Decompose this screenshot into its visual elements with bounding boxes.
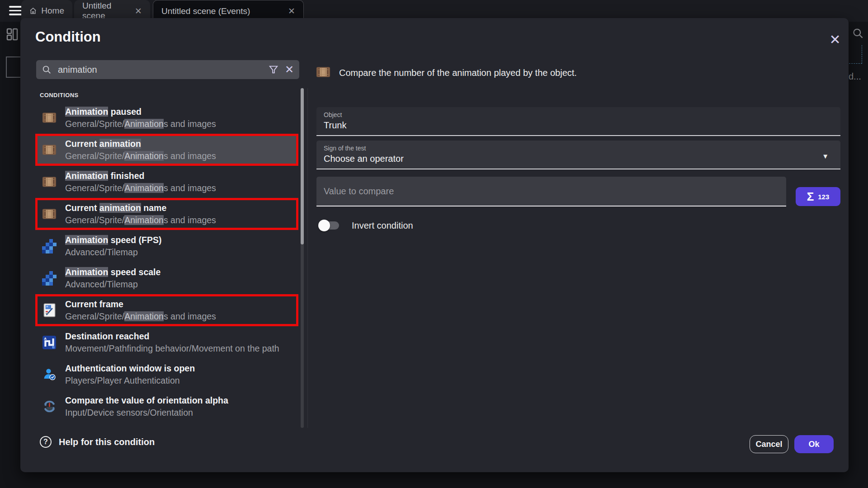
film-strip-icon: [316, 67, 330, 79]
svg-text:B: B: [52, 345, 55, 349]
invert-condition-toggle[interactable]: [319, 220, 340, 231]
dialog-title: Condition: [35, 29, 101, 45]
condition-title: Animation speed (FPS): [65, 234, 296, 246]
condition-path: Movement/Pathfinding behavior/Movement o…: [65, 343, 296, 355]
condition-path: General/Sprite/Animations and images: [65, 310, 296, 323]
film-strip-icon: [42, 209, 57, 219]
condition-search-box[interactable]: ✕: [36, 60, 299, 79]
condition-description-row: Compare the number of the animation play…: [316, 67, 577, 79]
conditions-list: CONDITIONS Animation pausedGeneral/Sprit…: [35, 88, 298, 428]
search-icon[interactable]: [852, 27, 864, 39]
help-label: Help for this condition: [59, 437, 155, 447]
condition-description: Compare the number of the animation play…: [339, 68, 577, 78]
list-item[interactable]: Animation speed scaleAdvanced/Tilemap: [35, 262, 298, 294]
sigma-badge: 123: [818, 193, 829, 201]
object-field-value: Trunk: [324, 120, 833, 131]
condition-path: General/Sprite/Animations and images: [65, 182, 296, 194]
tilemap-icon: [42, 271, 57, 286]
gdevelop-editor: Home Untitled scene ✕ Untitled scene (Ev…: [0, 0, 868, 488]
close-icon[interactable]: ✕: [826, 31, 844, 49]
invert-condition-label: Invert condition: [352, 221, 413, 231]
object-field-label: Object: [324, 111, 833, 118]
sigma-icon: Σ: [807, 191, 814, 202]
condition-path: Input/Device sensors/Orientation: [65, 407, 296, 419]
list-item[interactable]: Authentication window is openPlayers/Pla…: [35, 358, 298, 390]
tilemap-icon: [42, 239, 57, 253]
orientation-icon: [42, 400, 57, 413]
list-item[interactable]: Animation finishedGeneral/Sprite/Animati…: [35, 166, 298, 198]
pathfinding-icon: AB: [42, 336, 57, 349]
condition-path: Advanced/Tilemap: [65, 246, 296, 258]
search-input[interactable]: [58, 65, 262, 75]
condition-title: Animation speed scale: [65, 266, 296, 278]
object-field[interactable]: Object Trunk: [316, 107, 840, 136]
selection-marquee: [849, 45, 862, 64]
condition-path: General/Sprite/Animations and images: [65, 214, 296, 226]
home-icon: [29, 6, 37, 16]
toggle-knob: [318, 220, 330, 231]
condition-path: General/Sprite/Animations and images: [65, 118, 296, 130]
condition-title: Authentication window is open: [65, 362, 296, 375]
condition-title: Animation finished: [65, 170, 296, 182]
list-item[interactable]: Animation pausedGeneral/Sprite/Animation…: [35, 102, 298, 134]
value-to-compare-field[interactable]: [316, 177, 786, 206]
condition-title: Current animation: [65, 138, 296, 150]
list-item[interactable]: Current animationGeneral/Sprite/Animatio…: [35, 134, 298, 166]
tab-close-icon[interactable]: ✕: [135, 7, 142, 15]
expression-builder-button[interactable]: Σ 123: [796, 187, 840, 206]
list-item[interactable]: Compare the value of orientation alphaIn…: [35, 390, 298, 422]
list-item[interactable]: Current frameGeneral/Sprite/Animations a…: [35, 294, 298, 326]
frame-icon: [42, 303, 57, 317]
condition-path: Advanced/Tilemap: [65, 278, 296, 291]
chevron-down-icon: ▼: [822, 152, 829, 160]
cancel-button[interactable]: Cancel: [750, 435, 788, 453]
invert-condition-row: Invert condition: [319, 220, 413, 231]
list-item[interactable]: ABDestination reachedMovement/Pathfindin…: [35, 326, 298, 358]
value-to-compare-input[interactable]: [324, 186, 779, 197]
condition-title: Animation paused: [65, 106, 296, 118]
player-auth-icon: [42, 368, 57, 381]
layout-panels-icon[interactable]: [6, 28, 18, 41]
operator-select[interactable]: Sign of the test Choose an operator ▼: [316, 141, 840, 169]
tab-label: Untitled scene (Events): [161, 6, 250, 16]
condition-path: Players/Player Authentication: [65, 375, 296, 387]
operator-select-value: Choose an operator: [324, 154, 833, 164]
list-section-header: CONDITIONS: [35, 88, 298, 102]
tab-close-icon[interactable]: ✕: [288, 7, 295, 15]
condition-title: Current animation name: [65, 202, 296, 214]
tab-label: Home: [41, 6, 64, 16]
clear-icon[interactable]: ✕: [285, 64, 294, 75]
scrollbar-thumb[interactable]: [301, 88, 304, 244]
condition-title: Compare the value of orientation alpha: [65, 394, 296, 407]
help-icon: ?: [40, 436, 52, 448]
panel-divider: [307, 88, 308, 428]
svg-text:A: A: [44, 337, 47, 341]
film-strip-icon: [42, 113, 57, 123]
condition-dialog: Condition ✕ ✕ CONDITIONS Animation pause…: [20, 18, 849, 472]
film-strip-icon: [42, 145, 57, 155]
condition-title: Current frame: [65, 298, 296, 310]
condition-title: Destination reached: [65, 330, 296, 343]
operator-select-label: Sign of the test: [324, 145, 833, 152]
truncated-object-label: d...: [849, 71, 861, 82]
list-item[interactable]: Current animation nameGeneral/Sprite/Ani…: [35, 198, 298, 230]
help-link[interactable]: ? Help for this condition: [40, 436, 155, 448]
search-icon: [42, 65, 52, 75]
filter-icon[interactable]: [269, 65, 278, 75]
film-strip-icon: [42, 177, 57, 187]
list-item[interactable]: Animation speed (FPS)Advanced/Tilemap: [35, 230, 298, 262]
condition-path: General/Sprite/Animations and images: [65, 150, 296, 162]
ok-button[interactable]: Ok: [794, 435, 834, 453]
list-scrollbar[interactable]: [301, 88, 304, 428]
